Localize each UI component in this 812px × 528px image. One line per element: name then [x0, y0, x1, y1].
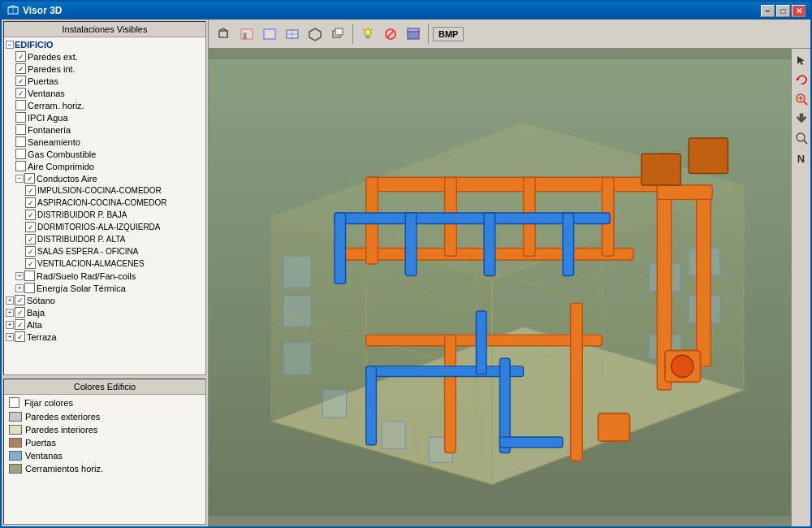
cb-fontaneria[interactable]	[15, 124, 26, 135]
tree-item-terraza[interactable]: Terraza	[4, 331, 205, 343]
swatch-ventanas[interactable]	[9, 451, 22, 461]
tree-item-paredes-int[interactable]: Paredes int.	[4, 63, 205, 75]
cb-saneamiento[interactable]	[15, 136, 26, 147]
tree-item-baja[interactable]: Baja	[4, 306, 205, 318]
cb-rad[interactable]	[24, 270, 35, 281]
svg-rect-59	[657, 185, 712, 199]
rotate-tool-button[interactable]	[793, 71, 810, 88]
cb-dist-alta[interactable]	[25, 234, 36, 245]
cb-paredes-int[interactable]	[15, 63, 26, 74]
cb-puertas[interactable]	[15, 76, 26, 86]
cb-aire-comp[interactable]	[15, 161, 26, 171]
view-3d2-button[interactable]	[327, 24, 348, 45]
tree-item-ventilacion[interactable]: VENTILACION-ALMACENES	[4, 258, 205, 270]
svg-rect-21	[408, 28, 419, 32]
expander-conductos[interactable]	[15, 175, 24, 183]
expander-sotano[interactable]	[6, 296, 14, 305]
close-button[interactable]: ✕	[792, 5, 806, 17]
3d-viewport[interactable]	[209, 49, 791, 526]
svg-rect-2	[219, 31, 227, 37]
tree-item-ventanas[interactable]: Ventanas	[4, 87, 205, 99]
tree-item-dist-baja[interactable]: DISTRIBUIDOR P. BAJA	[4, 209, 205, 221]
svg-rect-38	[283, 256, 311, 288]
expander-alta[interactable]	[6, 321, 14, 329]
swatch-paredes-ext[interactable]	[9, 412, 22, 422]
cb-paredes-ext[interactable]	[15, 51, 26, 62]
cb-aspiracion[interactable]	[25, 197, 36, 208]
tree-item-aspiracion[interactable]: ASPIRACION-COCINA-COMEDOR	[4, 197, 205, 209]
cb-ventanas[interactable]	[15, 88, 26, 98]
expander-energia[interactable]	[15, 284, 24, 292]
maximize-button[interactable]: □	[776, 5, 790, 17]
tree-item-saneamiento[interactable]: Saneamiento	[4, 136, 205, 148]
cb-fijar[interactable]	[9, 397, 19, 408]
color-item-ventanas[interactable]: Ventanas	[4, 449, 205, 462]
cb-energia[interactable]	[24, 283, 35, 293]
cb-ventilacion[interactable]	[25, 258, 36, 269]
tree-item-salas[interactable]: SALAS ESPERA - OFICINA	[4, 245, 205, 258]
svg-line-19	[387, 31, 394, 37]
zoom-button[interactable]	[793, 130, 810, 146]
fijar-item[interactable]: Fijar colores	[4, 395, 205, 410]
tree-item-gas[interactable]: Gas Combustible	[4, 148, 205, 160]
view-front-button[interactable]	[236, 24, 257, 45]
swatch-paredes-int[interactable]	[9, 425, 22, 435]
tree-item-cerram[interactable]: Cerram. horiz.	[4, 99, 205, 111]
color-item-paredes-ext[interactable]: Paredes exteriores	[4, 410, 205, 423]
tree-item-edificio[interactable]: EDIFICIO	[4, 39, 205, 50]
cb-dormitorios[interactable]	[25, 222, 36, 232]
cb-ipci[interactable]	[15, 112, 26, 123]
tree-item-conductos[interactable]: Conductos Aire	[4, 172, 205, 184]
cb-salas[interactable]	[25, 246, 36, 257]
tree-item-puertas[interactable]: Puertas	[4, 75, 205, 87]
expander-edificio[interactable]	[6, 41, 14, 49]
svg-rect-61	[335, 213, 346, 283]
cb-gas[interactable]	[15, 149, 26, 159]
cb-impulsion[interactable]	[25, 185, 36, 196]
color-item-puertas[interactable]: Puertas	[4, 436, 205, 449]
tree-item-ipci[interactable]: IPCI Agua	[4, 111, 205, 123]
tree-item-rad[interactable]: Rad/Suelo Rad/Fan-coils	[4, 270, 205, 282]
minimize-button[interactable]: −	[761, 5, 775, 17]
expander-terraza[interactable]	[6, 333, 14, 341]
label-aire-comp: Aire Comprimido	[28, 162, 94, 171]
swatch-puertas[interactable]	[9, 438, 22, 448]
bmp-button[interactable]: BMP	[433, 27, 464, 41]
lightbulb-button[interactable]	[357, 24, 378, 45]
cursor-tool-button[interactable]	[793, 52, 810, 68]
tree-item-alta[interactable]: Alta	[4, 318, 205, 331]
cb-terraza[interactable]	[15, 331, 25, 342]
filter-button[interactable]	[380, 24, 401, 45]
view-side-button[interactable]	[259, 24, 280, 45]
cb-cerram[interactable]	[15, 100, 26, 110]
instalaciones-header: Instalaciones Visibles	[4, 22, 205, 37]
expander-rad[interactable]	[15, 272, 24, 280]
tree-item-aire-comp[interactable]: Aire Comprimido	[4, 160, 205, 172]
tree-item-sotano[interactable]: Sótano	[4, 294, 205, 306]
tree-item-dormitorios[interactable]: DORMITORIOS-ALA-IZQUIERDA	[4, 221, 205, 233]
color-item-paredes-int[interactable]: Paredes interiores	[4, 423, 205, 436]
tree-item-paredes-ext[interactable]: Paredes ext.	[4, 50, 205, 63]
tree-item-dist-alta[interactable]: DISTRIBUIDOR P. ALTA	[4, 233, 205, 245]
tree-item-impulsion[interactable]: IMPULSION-COCINA-COMEDOR	[4, 184, 205, 197]
view-3d1-button[interactable]	[304, 24, 326, 45]
view-top-button[interactable]	[282, 24, 303, 45]
cb-alta[interactable]	[15, 319, 25, 330]
swatch-cerramientos[interactable]	[9, 464, 22, 474]
cb-baja[interactable]	[15, 307, 25, 318]
tree-item-energia[interactable]: Energía Solar Térmica	[4, 282, 205, 294]
left-panel: Instalaciones Visibles EDIFICIO Paredes …	[2, 19, 209, 526]
color-item-cerramientos[interactable]: Cerramientos horiz.	[4, 462, 205, 475]
pan-button[interactable]	[793, 110, 810, 127]
tree-item-fontaneria[interactable]: Fontanería	[4, 123, 205, 136]
expander-baja[interactable]	[6, 309, 14, 317]
layer-button[interactable]	[403, 24, 424, 45]
svg-rect-42	[382, 422, 405, 449]
view-iso-button[interactable]	[214, 24, 235, 45]
cb-dist-baja[interactable]	[25, 210, 36, 220]
label-color-paredes-int: Paredes interiores	[25, 425, 97, 435]
zoom-area-button[interactable]	[793, 91, 810, 107]
cb-sotano[interactable]	[15, 295, 25, 305]
svg-line-17	[363, 28, 365, 30]
cb-conductos[interactable]	[24, 173, 35, 184]
